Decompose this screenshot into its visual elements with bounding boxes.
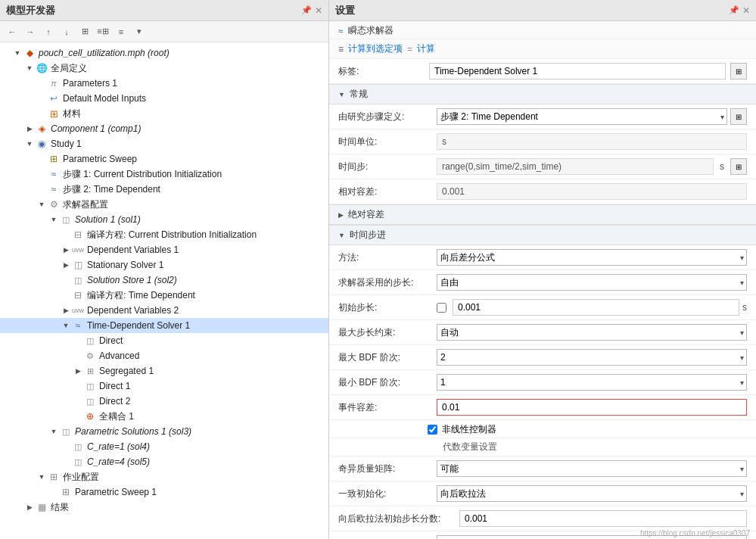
max-step-dropdown[interactable]: 自动 (437, 324, 747, 341)
init-step-label: 初始步长: (338, 301, 437, 314)
time-step-btn[interactable]: ⊞ (730, 158, 747, 175)
tree-item-step2[interactable]: ≈ 步骤 2: Time Dependent (0, 182, 328, 197)
pin-icon: 📌 (301, 5, 312, 15)
tree-item-mat[interactable]: ⊞ 材料 (0, 106, 328, 121)
right-panel: 设置 📌 ✕ ≈ 瞬态求解器 ≡ 计算到选定项 = 计算 标签: ⊞ (329, 0, 756, 539)
up-button[interactable]: ↑ (41, 24, 56, 39)
tree-item-job[interactable]: ▼ ⊞ 作业配置 (0, 469, 328, 484)
tree-item-stationary[interactable]: ▶ ◫ Stationary Solver 1 (0, 257, 328, 273)
time-step-unit: s (720, 161, 724, 172)
init-step-unit: s (742, 302, 747, 313)
singular-mass-dropdown[interactable]: 可能 (437, 460, 747, 477)
tree-item-job-sweep[interactable]: ⊞ Parametric Sweep 1 (0, 484, 328, 500)
right-pin-icon: 📌 (729, 5, 739, 15)
down-button[interactable]: ↓ (59, 24, 74, 39)
abs-tol-section-header[interactable]: ▶ 绝对容差 (329, 204, 756, 225)
consistent-init-dropdown[interactable]: 向后欧拉法 (437, 485, 747, 502)
event-tol-value (437, 399, 747, 416)
solver-config-label: 求解器配置 (63, 198, 108, 211)
tree-item-crate1[interactable]: ◫ C_rate=1 (sol4) (0, 439, 328, 454)
time-step-label: 时间步: (338, 160, 437, 173)
normal-section-header[interactable]: ▼ 常规 (329, 84, 756, 104)
root-icon: ◆ (23, 47, 36, 59)
tree-item-depvar1[interactable]: ▶ uvw Dependent Variables 1 (0, 242, 328, 257)
solver-config-icon: ⚙ (47, 198, 61, 210)
method-dropdown[interactable]: 向后差分公式 (437, 249, 747, 266)
timestepping-section-header[interactable]: ▼ 时间步进 (329, 225, 756, 245)
parasol-arrow: ▼ (48, 428, 59, 435)
tree-item-sol1[interactable]: ▼ ◫ Solution 1 (sol1) (0, 212, 328, 227)
tree-item-global[interactable]: ▼ 🌐 全局定义 (0, 61, 328, 76)
tree-item-advanced[interactable]: ⚙ Advanced (0, 348, 328, 363)
breadcrumb-compute[interactable]: 计算 (417, 42, 435, 55)
tree-item-default-inputs[interactable]: ↩ Default Model Inputs (0, 91, 328, 106)
rel-tol-value (437, 183, 747, 200)
max-bdf-dropdown[interactable]: 2 (437, 349, 747, 366)
tree-item-direct2[interactable]: ◫ Direct 2 (0, 394, 328, 409)
tree-item-fullcoupled[interactable]: ⊕ 全耦合 1 (0, 409, 328, 424)
tree-item-depvar2[interactable]: ▶ uvw Dependent Variables 2 (0, 303, 328, 318)
tree-item-study1[interactable]: ▼ ◉ Study 1 (0, 136, 328, 151)
global-arrow: ▼ (24, 64, 35, 72)
init-step-input[interactable] (453, 299, 739, 316)
study-step-btn[interactable]: ⊞ (730, 108, 747, 125)
tree-item-direct1[interactable]: ◫ Direct 1 (0, 379, 328, 394)
breadcrumb-compute-to[interactable]: 计算到选定项 (348, 42, 403, 55)
more-button[interactable]: ▾ (132, 24, 147, 39)
study-step-dropdown-wrapper: 步骤 2: Time Dependent ▾ (437, 108, 727, 125)
comp1-icon: ◈ (35, 123, 48, 135)
forward-button[interactable]: → (23, 24, 38, 39)
back-button[interactable]: ← (5, 24, 20, 39)
time-step-value: s ⊞ (437, 158, 747, 175)
consistent-init-value: 向后欧拉法 ▾ (437, 485, 747, 502)
timedep-label: Time-Dependent Solver 1 (87, 320, 190, 331)
breadcrumb-separator: = (407, 44, 412, 55)
study1-arrow: ▼ (24, 140, 35, 148)
label-row: 标签: ⊞ (329, 59, 756, 84)
singular-mass-row: 奇异质量矩阵: 可能 ▾ (329, 456, 756, 481)
tree-item-compile2[interactable]: ⊟ 编译方程: Time Dependent (0, 288, 328, 303)
rel-tol-input (437, 183, 747, 200)
tree-item-direct0[interactable]: ◫ Direct (0, 333, 328, 348)
tree-area: ▼ ◆ pouch_cell_utilization.mph (root) ▼ … (0, 42, 328, 539)
tree-item-sweep[interactable]: ⊞ Parametric Sweep (0, 151, 328, 167)
tree-item-parasol[interactable]: ▼ ◫ Parametric Solutions 1 (sol3) (0, 424, 328, 439)
tree-item-results[interactable]: ▶ ▦ 结果 (0, 500, 328, 515)
tree-item-solver-config[interactable]: ▼ ⚙ 求解器配置 (0, 197, 328, 212)
tree-item-root[interactable]: ▼ ◆ pouch_cell_utilization.mph (root) (0, 45, 328, 61)
label-input[interactable] (429, 63, 726, 79)
step-size-dropdown[interactable]: 自由 (437, 274, 747, 291)
tree-item-sol2[interactable]: ◫ Solution Store 1 (sol2) (0, 273, 328, 288)
label-field-label: 标签: (338, 65, 429, 78)
tree-item-crate4[interactable]: ◫ C_rate=4 (sol5) (0, 454, 328, 469)
parasol-icon: ◫ (59, 425, 73, 438)
label-settings-btn[interactable]: ⊞ (730, 63, 747, 79)
min-bdf-dropdown[interactable]: 1 (437, 374, 747, 391)
singular-mass-label: 奇异质量矩阵: (338, 463, 437, 475)
nonlinear-checkbox[interactable] (428, 425, 437, 435)
close-icon[interactable]: ✕ (315, 5, 322, 16)
list-button[interactable]: ≡ (114, 24, 129, 39)
init-step-checkbox[interactable] (437, 303, 446, 313)
tree-item-compile1[interactable]: ⊟ 编译方程: Current Distribution Initializat… (0, 227, 328, 242)
direct2-label: Direct 2 (99, 396, 130, 407)
consistent-init-dropdown-wrapper: 向后欧拉法 ▾ (437, 485, 747, 502)
direct0-icon: ◫ (83, 335, 97, 347)
nonlinear-checkbox-row: 非线性控制器 (329, 420, 756, 438)
parasol-label: Parametric Solutions 1 (sol3) (75, 426, 191, 437)
sweep-label: Parametric Sweep (63, 154, 137, 164)
tree-item-timedep[interactable]: ▼ ≈ Time-Dependent Solver 1 (0, 318, 328, 333)
right-close-icon[interactable]: ✕ (742, 5, 750, 16)
tree-item-comp1[interactable]: ▶ ◈ Component 1 (comp1) (0, 121, 328, 136)
tree-item-segregated1[interactable]: ▶ ⊞ Segregated 1 (0, 363, 328, 379)
add-button[interactable]: ⊞ (77, 24, 92, 39)
event-tol-input[interactable] (437, 399, 747, 416)
study-step-dropdown[interactable]: 步骤 2: Time Dependent (437, 108, 727, 125)
backward-euler-input[interactable] (459, 510, 747, 527)
job-arrow: ▼ (36, 473, 47, 481)
left-panel-title: 模型开发器 (6, 4, 55, 17)
time-unit-row: 时间单位: (329, 129, 756, 154)
tree-item-step1[interactable]: ≈ 步骤 1: Current Distribution Initializat… (0, 167, 328, 182)
tree-item-params[interactable]: π Parameters 1 (0, 76, 328, 91)
add-list-button[interactable]: ≡⊞ (95, 24, 110, 39)
